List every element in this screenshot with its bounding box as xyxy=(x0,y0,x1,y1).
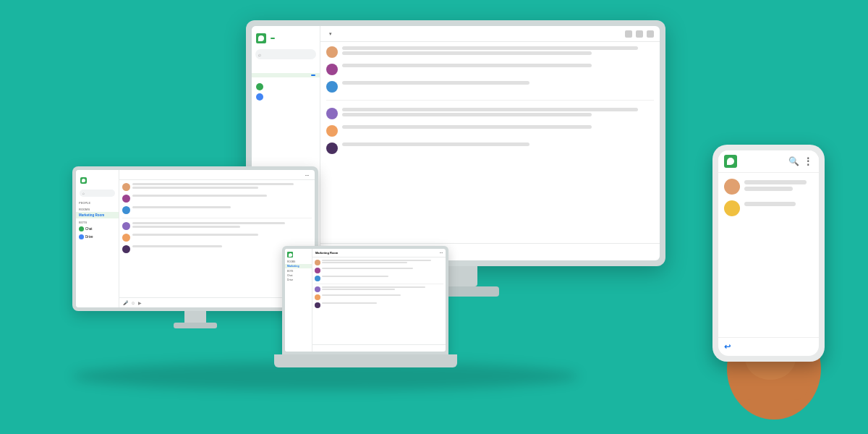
small-drive-bot-dot xyxy=(79,234,84,239)
phone-search-icon[interactable]: 🔍 xyxy=(788,156,799,166)
small-msg-content xyxy=(132,206,312,214)
small-msg-line xyxy=(132,183,294,185)
avatar xyxy=(326,108,338,119)
small-mic-icon[interactable]: 🎤 xyxy=(123,300,128,305)
laptop-avatar xyxy=(315,286,320,292)
message-line xyxy=(342,108,638,111)
phone-footer: ↩ xyxy=(718,337,819,356)
laptop-main: Marketing Room ⋯ xyxy=(312,249,446,352)
message-content xyxy=(342,64,654,67)
small-msg-line xyxy=(132,226,240,228)
phone-menu-icon[interactable]: ⋮ xyxy=(803,156,813,167)
drive-bot-avatar xyxy=(256,93,263,101)
message-row xyxy=(326,46,654,58)
phone-msg-row xyxy=(724,179,813,195)
room-badge xyxy=(311,75,315,76)
phone: 🔍 ⋮ xyxy=(712,145,825,362)
laptop-line xyxy=(322,268,413,269)
small-avatar xyxy=(122,195,130,203)
search-box[interactable]: ⌕ xyxy=(255,49,316,59)
laptop-drive-item[interactable]: Drive xyxy=(285,278,312,282)
message-content xyxy=(342,108,654,116)
small-sidebar-header xyxy=(76,174,119,187)
laptop-msg-content xyxy=(322,276,443,281)
search-icon: ⌕ xyxy=(258,52,261,57)
small-msg-row xyxy=(122,195,312,203)
message-line xyxy=(342,125,592,129)
phone-logo xyxy=(724,155,737,168)
settings-header-icon[interactable] xyxy=(636,30,643,38)
phone-logo-bubble xyxy=(727,158,734,165)
phone-msg-content xyxy=(744,179,813,191)
small-emoji-icon[interactable]: ☺ xyxy=(131,301,135,305)
small-stand xyxy=(184,311,206,323)
phone-msg-content xyxy=(744,200,813,206)
chat-main: ▾ xyxy=(320,26,660,260)
laptop-messages xyxy=(312,258,446,344)
small-room-item[interactable]: Marketing Room xyxy=(76,212,119,218)
message-row xyxy=(326,81,654,93)
active-badge xyxy=(271,38,275,39)
phone-msg-line xyxy=(744,180,807,184)
small-msg-content xyxy=(132,222,312,230)
small-monitor-bezel: ⌕ PEOPLE ROOMS Marketing Room BOTS Chat … xyxy=(72,166,318,311)
laptop-input xyxy=(312,344,446,352)
small-send-icon[interactable]: ▶ xyxy=(138,300,142,305)
chat-bot-avatar xyxy=(256,83,263,90)
small-msg-content xyxy=(132,183,312,191)
message-row xyxy=(326,108,654,119)
message-line xyxy=(342,64,592,67)
message-line xyxy=(342,113,592,116)
small-msg-line xyxy=(132,206,231,208)
small-chat-bot-item[interactable]: Chat xyxy=(76,225,119,233)
laptop-avatar xyxy=(315,268,320,273)
message-row xyxy=(326,64,654,75)
laptop-avatar xyxy=(315,276,320,281)
small-monitor-screen: ⌕ PEOPLE ROOMS Marketing Room BOTS Chat … xyxy=(76,170,315,307)
laptop-line xyxy=(322,260,431,261)
message-content xyxy=(342,142,654,146)
small-section-rooms: ROOMS xyxy=(76,205,119,212)
small-msg-line xyxy=(132,234,258,236)
small-avatar xyxy=(122,206,130,214)
sidebar-header xyxy=(252,30,320,46)
chat-header: ▾ xyxy=(320,26,660,42)
laptop-line xyxy=(322,302,377,304)
laptop-line xyxy=(322,262,407,263)
search-header-icon[interactable] xyxy=(625,30,632,38)
reply-icon: ↩ xyxy=(724,342,731,352)
small-avatar xyxy=(122,183,130,191)
laptop-msg-content xyxy=(322,294,443,300)
small-chat-logo xyxy=(80,177,87,184)
laptop-msg-row xyxy=(315,276,443,281)
message-content xyxy=(342,46,654,55)
laptop-msg-row xyxy=(315,260,443,265)
avatar xyxy=(326,46,338,58)
small-msg-line xyxy=(132,187,258,189)
small-search[interactable]: ⌕ xyxy=(80,190,115,197)
reply-button[interactable]: ↩ xyxy=(724,342,734,352)
laptop-line xyxy=(322,286,425,288)
phone-messages xyxy=(718,173,819,337)
laptop-lid: ROOMS Marketing BOTS Chat Drive Marketin… xyxy=(282,246,448,354)
phone-container: 🔍 ⋮ xyxy=(712,145,825,362)
message-line xyxy=(342,142,529,146)
laptop-room-name: Marketing Room xyxy=(315,251,338,255)
small-msg-row xyxy=(122,234,312,242)
laptop-divider xyxy=(315,284,443,284)
small-chat-header: ⋯ xyxy=(119,170,315,180)
small-chat-bot-label: Chat xyxy=(85,227,93,231)
sidebar-item-chat-bot[interactable] xyxy=(252,82,320,92)
small-msg-line xyxy=(132,245,222,247)
sidebar-item-drive-bot[interactable] xyxy=(252,92,320,102)
laptop-logo-bubble xyxy=(289,253,292,257)
avatar xyxy=(326,81,338,93)
laptop-sidebar-header xyxy=(285,250,312,259)
laptop-msg-row xyxy=(315,286,443,292)
small-drive-bot-item[interactable]: Drive xyxy=(76,233,119,241)
avatar xyxy=(326,142,338,154)
phone-avatar xyxy=(724,200,740,216)
small-logo-bubble xyxy=(82,179,85,182)
laptop-avatar xyxy=(315,302,320,308)
grid-header-icon[interactable] xyxy=(647,30,654,38)
